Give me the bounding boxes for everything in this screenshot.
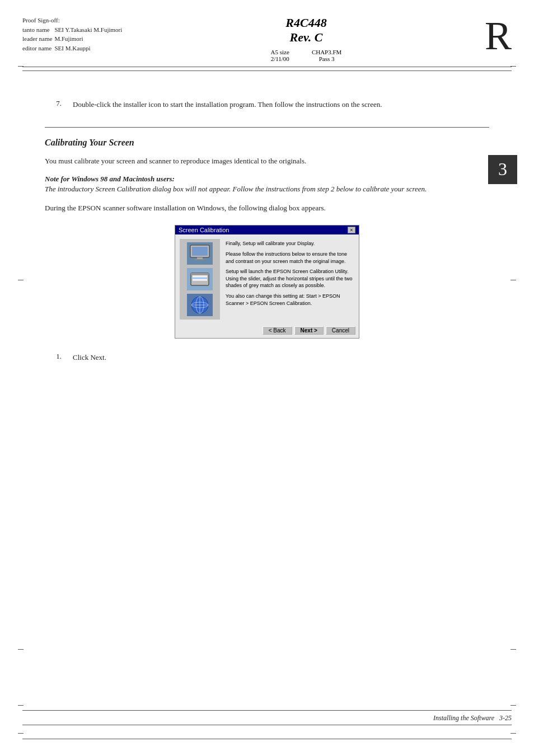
proof-row-3: editor name SEI M.Kauppi (22, 44, 124, 53)
big-r-letter: R (485, 16, 512, 56)
tick-right-5 (510, 733, 516, 734)
note-label: Note for Windows 98 and Macintosh users: (45, 175, 489, 184)
page: Proof Sign-off: tanto name SEI Y.Takasak… (0, 0, 534, 756)
date-label: 2/11/00 (271, 55, 289, 62)
footer-rule (22, 710, 512, 711)
dialog-text-4: You also can change this setting at: Sta… (226, 293, 353, 307)
sub-info-right: CHAP3.FM Pass 3 (312, 49, 342, 62)
back-button[interactable]: < Back (263, 326, 292, 335)
tick-left-2 (18, 280, 24, 280)
header-rule-top (22, 67, 512, 67)
cancel-button[interactable]: Cancel (326, 326, 355, 335)
dialog-text-panel: Finally, Setup will calibrate your Displ… (224, 239, 354, 320)
proof-label: Proof Sign-off: (22, 16, 146, 25)
sub-info: A5 size 2/11/00 CHAP3.FM Pass 3 (146, 49, 467, 62)
tick-left-3 (18, 649, 24, 650)
footer-text: Installing the Software 3-25 (22, 714, 512, 722)
step-1: 1. Click Next. (45, 352, 489, 363)
editor-value: SEI M.Kauppi (54, 44, 124, 53)
section-para2: During the EPSON scanner software instal… (45, 203, 489, 214)
note-text: The introductory Screen Calibration dial… (45, 184, 489, 195)
tick-right-4 (510, 705, 516, 706)
size-label: A5 size (271, 49, 289, 55)
scanner-icon (187, 268, 213, 290)
proof-table: tanto name SEI Y.Takasaki M.Fujimori lea… (22, 25, 124, 53)
note-block: Note for Windows 98 and Macintosh users:… (45, 175, 489, 195)
dialog-text-2: Please follow the instructions below to … (226, 251, 353, 265)
svg-rect-1 (192, 247, 208, 256)
tick-right-1 (510, 66, 516, 67)
next-button[interactable]: Next > (294, 326, 324, 335)
section-heading: Calibrating Your Screen (45, 138, 489, 148)
bottom-rule-1 (22, 725, 512, 725)
header-center: R4C448 Rev. C A5 size 2/11/00 CHAP3.FM P… (146, 16, 467, 62)
model-name: R4C448 (146, 16, 467, 30)
leader-value: M.Fujimori (54, 34, 124, 44)
header: Proof Sign-off: tanto name SEI Y.Takasak… (0, 0, 534, 62)
sub-info-left: A5 size 2/11/00 (271, 49, 289, 62)
tick-left-1 (18, 66, 24, 67)
proof-row-2: leader name M.Fujimori (22, 34, 124, 44)
header-right: R (467, 16, 512, 62)
step-7-text: Double-click the installer icon to start… (73, 99, 382, 110)
dialog-body: Finally, Setup will calibrate your Displ… (175, 234, 359, 324)
svg-rect-7 (191, 273, 209, 275)
dialog-text-3: Setup will launch the EPSON Screen Calib… (226, 268, 353, 289)
header-left: Proof Sign-off: tanto name SEI Y.Takasak… (22, 16, 146, 62)
dialog-close-button[interactable]: × (348, 227, 355, 233)
step-1-text: Click Next. (73, 352, 106, 363)
editor-label: editor name (22, 44, 54, 53)
header-rule-bottom (22, 71, 512, 71)
chapter-box: 3 (488, 155, 517, 184)
dialog-buttons: < Back Next > Cancel (175, 324, 359, 338)
svg-rect-2 (197, 257, 203, 259)
globe-svg (190, 295, 210, 315)
pass-label: Pass 3 (312, 55, 342, 62)
dialog-titlebar: Screen Calibration × (175, 226, 359, 234)
chapter-file: CHAP3.FM (312, 49, 342, 55)
tick-left-4 (18, 705, 24, 706)
tick-left-5 (18, 733, 24, 734)
scanner-svg (189, 270, 210, 289)
dialog-icon-panel (180, 239, 220, 320)
section-calibrating: 3 Calibrating Your Screen You must calib… (45, 127, 489, 364)
section-intro: You must calibrate your screen and scann… (45, 156, 489, 167)
footer: Installing the Software 3-25 (0, 710, 534, 722)
footer-page: 3-25 (499, 714, 512, 722)
dialog-text-1: Finally, Setup will calibrate your Displ… (226, 240, 353, 247)
svg-rect-3 (195, 259, 205, 260)
step-1-number: 1. (45, 352, 62, 363)
tanto-value: SEI Y.Takasaki M.Fujimori (54, 25, 124, 35)
dialog-container: Screen Calibration × (45, 225, 489, 339)
section-divider (45, 127, 489, 128)
bottom-rule-2 (22, 739, 512, 739)
proof-row-1: tanto name SEI Y.Takasaki M.Fujimori (22, 25, 124, 35)
step-7: 7. Double-click the installer icon to st… (45, 99, 489, 110)
monitor-svg (189, 244, 210, 263)
tanto-label: tanto name (22, 25, 54, 35)
dialog-title: Screen Calibration (179, 227, 229, 233)
tick-right-2 (510, 280, 516, 280)
tick-right-3 (510, 649, 516, 650)
dialog-box: Screen Calibration × (175, 225, 359, 339)
monitor-icon (187, 242, 213, 265)
footer-label: Installing the Software (433, 714, 494, 722)
leader-label: leader name (22, 34, 54, 44)
rev-name: Rev. C (146, 30, 467, 45)
globe-icon (187, 294, 213, 316)
step-7-number: 7. (45, 99, 62, 110)
main-content: 7. Double-click the installer icon to st… (0, 99, 534, 364)
